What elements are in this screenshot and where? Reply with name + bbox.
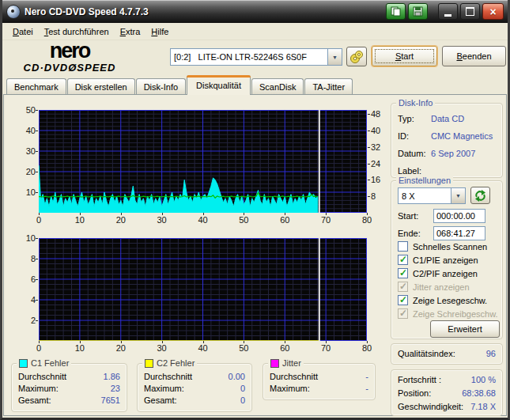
c2-max-value: 0: [240, 384, 245, 393]
axis-tick-label: 24: [371, 159, 387, 168]
axis-tick: [367, 341, 368, 343]
checkbox-c2-pif-anzeigen[interactable]: C2/PIF anzeigen: [398, 268, 478, 278]
c1-total-label: Gesamt:: [18, 395, 51, 405]
tab-bar: Benchmark Disk erstellen Disk-Info Diskq…: [6, 78, 353, 95]
tab-ta-jitter[interactable]: TA-Jitter: [304, 78, 353, 95]
checkbox-box[interactable]: [398, 241, 408, 252]
axis-tick: [36, 279, 38, 280]
jitter-max-label: Maximum:: [270, 384, 310, 393]
axis-tick: [36, 110, 38, 111]
axis-tick-label: 48: [371, 109, 387, 119]
axis-tick: [36, 300, 38, 301]
axis-tick: [285, 341, 285, 343]
menu-datei[interactable]: Datei: [7, 25, 39, 39]
copy-results-button[interactable]: [386, 3, 406, 20]
save-results-button[interactable]: [408, 3, 428, 20]
c1-max-value: 23: [111, 384, 120, 393]
checkbox-box[interactable]: [398, 268, 408, 278]
start-button[interactable]: Start: [372, 46, 437, 66]
close-button[interactable]: ×: [482, 3, 504, 20]
disk-id-label: ID:: [398, 131, 409, 141]
axis-tick: [162, 341, 163, 343]
axis-tick-label: 30: [153, 215, 172, 225]
axis-tick-label: 40: [194, 215, 213, 225]
checkbox-box[interactable]: [398, 255, 408, 265]
speed-label: Geschwindigkeit:: [398, 402, 463, 411]
c1-error-chart: 10203040508162432404801020304050607080: [23, 110, 395, 229]
disk-type-value: Data CD: [431, 114, 464, 123]
tab-disk-erstellen[interactable]: Disk erstellen: [67, 78, 135, 95]
axis-tick: [39, 341, 40, 343]
checkbox-zeige-lesegeschw[interactable]: Zeige Lesegeschw.: [398, 295, 487, 305]
axis-tick: [326, 341, 327, 343]
nero-brand-text: nero: [18, 40, 121, 62]
menu-extra[interactable]: Extra: [115, 25, 146, 39]
minimize-button[interactable]: [438, 3, 458, 20]
axis-tick: [244, 213, 244, 215]
axis-tick-label: 40: [371, 126, 387, 135]
axis-tick: [36, 320, 38, 321]
window-title: Nero CD-DVD Speed 4.7.7.3: [25, 6, 383, 17]
scan-end-input[interactable]: [433, 226, 485, 240]
axis-tick: [368, 131, 370, 131]
menu-hilfe[interactable]: Hilfe: [145, 25, 174, 39]
checkbox-box[interactable]: [398, 295, 408, 305]
nero-logo: nero CD·DVDØSPEED: [18, 40, 121, 73]
maximize-icon: [466, 7, 474, 16]
drive-select[interactable]: [0:2] LITE-ON LTR-52246S 6S0F ▼: [170, 48, 342, 66]
tab-diskqualitaet[interactable]: Diskqualität: [187, 75, 251, 95]
chevron-down-icon[interactable]: ▼: [327, 49, 342, 65]
axis-tick-label: 40: [23, 126, 36, 135]
tab-benchmark[interactable]: Benchmark: [6, 78, 66, 95]
axis-tick: [36, 151, 38, 152]
axis-tick-label: 10: [23, 233, 36, 243]
axis-tick: [36, 238, 38, 239]
chevron-down-icon[interactable]: ▼: [451, 188, 465, 203]
axis-tick-label: 30: [153, 343, 172, 353]
scan-end-label: Ende:: [398, 229, 421, 238]
c2-stats-title: C2 Fehler: [142, 358, 197, 368]
axis-tick: [368, 147, 370, 148]
speed-select[interactable]: 8 X ▼: [398, 187, 466, 204]
disc-stack-icon: [349, 51, 364, 63]
axis-tick: [36, 172, 38, 172]
quality-index-value: 96: [486, 349, 496, 358]
advanced-button[interactable]: Erweitert: [430, 320, 500, 338]
axis-tick-label: 10: [70, 215, 89, 225]
menu-test-durchfuehren[interactable]: Test durchführen: [39, 25, 115, 39]
axis-tick: [368, 114, 370, 115]
axis-tick-label: 2: [23, 316, 36, 325]
position-label: Position:: [398, 388, 431, 398]
c1-legend-color: [19, 359, 28, 368]
axis-tick-label: 30: [23, 146, 36, 156]
nero-disc-icon: [6, 5, 21, 19]
refresh-button[interactable]: [470, 187, 490, 204]
checkbox-schnelles-scannen[interactable]: Schnelles Scannen: [398, 241, 487, 252]
progress-box: Fortschritt : 100 % Position: 68:38.68 G…: [391, 369, 503, 416]
axis-tick: [368, 180, 370, 180]
eject-disc-button[interactable]: [346, 47, 367, 66]
maximize-button[interactable]: [460, 3, 480, 20]
quit-button[interactable]: Beenden: [442, 46, 506, 66]
settings-title: Einstellungen: [396, 176, 453, 185]
axis-tick-label: 10: [70, 343, 89, 353]
checkbox-box: [398, 308, 408, 319]
axis-tick: [368, 164, 370, 165]
axis-tick-label: 32: [371, 142, 387, 152]
axis-tick: [121, 341, 122, 343]
axis-tick-label: 8: [23, 254, 36, 263]
progress-label: Fortschritt :: [398, 375, 441, 384]
copy-results-icon: [391, 6, 401, 17]
c2-max-label: Maximum:: [144, 384, 184, 393]
menu-bar: Datei Test durchführen Extra Hilfe: [2, 23, 508, 40]
jitter-legend-color: [270, 359, 279, 368]
c2-avg-value: 0.00: [229, 372, 245, 381]
c1-max-label: Maximum:: [18, 384, 59, 393]
axis-tick-label: 20: [23, 167, 36, 176]
tab-scandisk[interactable]: ScanDisk: [251, 78, 304, 95]
tab-disk-info[interactable]: Disk-Info: [136, 78, 186, 95]
scan-start-input[interactable]: [433, 209, 485, 223]
axis-tick-label: 70: [316, 343, 335, 353]
checkbox-c1-pie-anzeigen[interactable]: C1/PIE anzeigen: [398, 255, 478, 265]
disk-info-title: Disk-Info: [396, 98, 435, 108]
